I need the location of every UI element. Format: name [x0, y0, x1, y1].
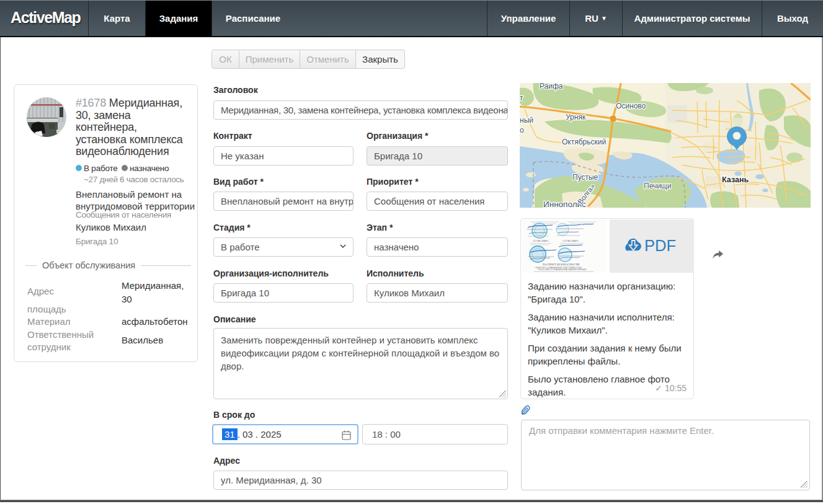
svg-text:Печищи: Печищи: [644, 182, 671, 190]
svg-text:Осиново: Осиново: [616, 102, 646, 110]
svg-text:ПАСПОРТ БЕЗОПАСНОСТИ: ПАСПОРТ БЕЗОПАСНОСТИ: [543, 263, 580, 266]
svg-text:Пустые: Пустые: [572, 173, 598, 182]
svg-text:СОГЛАСОВАНО: СОГЛАСОВАНО: [563, 240, 579, 242]
svg-text:Раифа: Раифа: [540, 83, 563, 91]
svg-text:Октябрьский: Октябрьский: [562, 138, 606, 146]
svg-text:т: т: [520, 94, 523, 102]
svg-text:СОГЛАСОВАНО: СОГЛАСОВАНО: [533, 240, 549, 242]
svg-text:«СОЮЗ СВЯТОГО ИОАННА ВОИНА» МА: «СОЮЗ СВЯТОГО ИОАННА ВОИНА» МАГАЗИН «ВЕР…: [538, 268, 587, 271]
svg-text:PDF: PDF: [644, 237, 676, 254]
svg-text:о: о: [520, 126, 524, 135]
svg-text:Казань: Казань: [722, 175, 749, 184]
svg-text:Урняк: Урняк: [566, 113, 586, 122]
svg-text:ный: ный: [520, 116, 533, 125]
